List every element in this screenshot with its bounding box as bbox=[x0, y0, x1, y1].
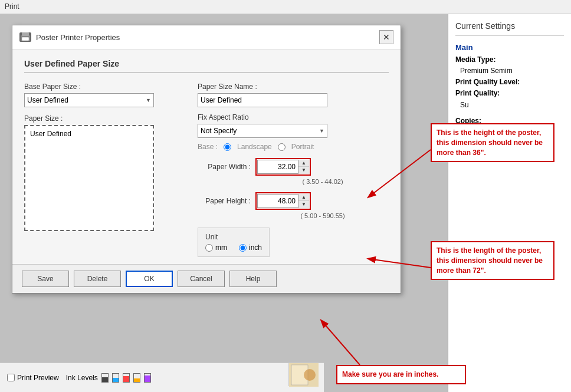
unit-radios: mm inch bbox=[205, 243, 262, 252]
paper-size-list[interactable]: User Defined bbox=[24, 125, 154, 231]
unit-section: Unit mm inch bbox=[198, 228, 270, 257]
unit-label: Unit bbox=[205, 233, 262, 241]
fix-aspect-section: Fix Aspect Ratio Not Specify Specify bbox=[198, 113, 389, 138]
svg-point-8 bbox=[304, 369, 316, 381]
paper-height-spinner: ▲ ▼ bbox=[255, 192, 311, 210]
print-preview-check[interactable] bbox=[7, 374, 15, 381]
right-panel-media-type-label: Media Type: bbox=[455, 54, 564, 65]
right-panel-print-quality-value: Su bbox=[455, 100, 564, 111]
main-layout: Poster Printer Properties ✕ User Defined… bbox=[0, 14, 571, 392]
base-row: Base : Landscape Portrait bbox=[198, 143, 389, 151]
svg-rect-2 bbox=[22, 37, 29, 41]
ink-levels-label: Ink Levels bbox=[66, 374, 98, 382]
base-label: Base : bbox=[198, 143, 218, 151]
right-panel-print-quality-label: Print Quality: bbox=[455, 88, 564, 99]
dialog-footer: Save Delete OK Cancel Help bbox=[12, 264, 401, 293]
right-panel-pql-label: Print Quality Level: bbox=[455, 77, 564, 88]
cancel-button[interactable]: Cancel bbox=[178, 271, 225, 287]
top-bar-label: Print bbox=[5, 2, 19, 11]
left-col: Base Paper Size : User Defined Paper Siz… bbox=[24, 83, 183, 257]
dialog-columns: Base Paper Size : User Defined Paper Siz… bbox=[24, 83, 389, 257]
print-preview-checkbox: Print Preview bbox=[7, 374, 59, 382]
ink-bar-5 bbox=[144, 373, 151, 383]
landscape-radio[interactable] bbox=[224, 143, 231, 151]
paper-height-input[interactable] bbox=[257, 194, 298, 208]
top-bar: Print bbox=[0, 0, 571, 14]
fix-aspect-select-wrapper: Not Specify Specify bbox=[198, 124, 327, 138]
preview-thumbnail bbox=[288, 363, 318, 386]
base-paper-size-label: Base Paper Size : bbox=[24, 83, 183, 91]
dialog-title-text: Poster Printer Properties bbox=[36, 33, 120, 42]
printer-icon bbox=[19, 32, 31, 42]
paper-size-list-item: User Defined bbox=[28, 129, 150, 139]
base-paper-size-wrapper: User Defined bbox=[24, 93, 154, 107]
unit-inch-text: inch bbox=[249, 243, 262, 252]
bottom-bar: Print Preview Ink Levels bbox=[0, 363, 324, 392]
dialog-title-bar: Poster Printer Properties ✕ bbox=[12, 25, 401, 50]
unit-inch-radio[interactable] bbox=[239, 244, 247, 252]
right-panel-main-label: Main bbox=[455, 42, 564, 54]
paper-height-row: Paper Height : ▲ ▼ bbox=[198, 192, 389, 210]
paper-height-up-button[interactable]: ▲ bbox=[298, 194, 309, 201]
fix-aspect-select[interactable]: Not Specify Specify bbox=[198, 124, 327, 138]
paper-width-spinner: ▲ ▼ bbox=[255, 158, 311, 176]
unit-mm-radio[interactable] bbox=[205, 244, 213, 252]
fix-aspect-label: Fix Aspect Ratio bbox=[198, 113, 389, 121]
annotation-box-height: This is the height of the poster, this d… bbox=[431, 123, 554, 162]
dialog-section-title: User Defined Paper Size bbox=[24, 59, 389, 73]
paper-height-spinner-buttons: ▲ ▼ bbox=[298, 194, 309, 208]
right-panel-media-type-value: Premium Semim bbox=[455, 65, 564, 77]
paper-size-name-input[interactable] bbox=[198, 93, 327, 107]
right-col: Paper Size Name : Fix Aspect Ratio Not S… bbox=[198, 83, 389, 257]
right-panel-content: Main Media Type: Premium Semim Print Qua… bbox=[455, 42, 564, 127]
paper-height-down-button[interactable]: ▼ bbox=[298, 201, 309, 208]
paper-width-input[interactable] bbox=[257, 160, 298, 174]
paper-size-label: Paper Size : bbox=[24, 114, 183, 123]
delete-button[interactable]: Delete bbox=[74, 271, 121, 287]
portrait-label: Portrait bbox=[291, 143, 314, 151]
dialog: Poster Printer Properties ✕ User Defined… bbox=[12, 25, 401, 294]
paper-width-label: Paper Width : bbox=[198, 163, 251, 171]
print-preview-label: Print Preview bbox=[17, 374, 59, 382]
ink-levels-area: Ink Levels bbox=[66, 373, 151, 383]
save-button[interactable]: Save bbox=[22, 271, 69, 287]
dialog-body: User Defined Paper Size Base Paper Size … bbox=[12, 50, 401, 264]
paper-height-label: Paper Height : bbox=[198, 197, 251, 205]
paper-size-name-label: Paper Size Name : bbox=[198, 83, 389, 91]
paper-height-range: ( 5.00 - 590.55) bbox=[198, 212, 389, 219]
landscape-label: Landscape bbox=[237, 143, 272, 151]
svg-rect-1 bbox=[22, 32, 29, 36]
unit-mm-text: mm bbox=[215, 243, 227, 252]
ink-bar-2 bbox=[112, 373, 119, 383]
svg-line-5 bbox=[321, 321, 360, 365]
ink-bar-1 bbox=[101, 373, 109, 383]
dialog-title-left: Poster Printer Properties bbox=[19, 32, 120, 42]
unit-inch-label: inch bbox=[239, 243, 262, 252]
ink-bar-4 bbox=[133, 373, 140, 383]
base-paper-size-select[interactable]: User Defined bbox=[24, 93, 154, 107]
right-panel: Current Settings Main Media Type: Premiu… bbox=[448, 14, 571, 392]
annotation-box-length: This is the length of the poster, this d… bbox=[431, 241, 554, 280]
right-panel-title: Current Settings bbox=[455, 21, 564, 36]
portrait-radio[interactable] bbox=[278, 143, 286, 151]
paper-width-range: ( 3.50 - 44.02) bbox=[198, 178, 389, 185]
help-button[interactable]: Help bbox=[229, 271, 277, 287]
left-area: Poster Printer Properties ✕ User Defined… bbox=[0, 14, 448, 392]
ok-button[interactable]: OK bbox=[126, 271, 173, 287]
ink-bar-3 bbox=[123, 373, 130, 383]
paper-width-spinner-buttons: ▲ ▼ bbox=[298, 160, 309, 174]
annotation-box-inches: Make sure you are in inches. bbox=[336, 365, 466, 384]
dialog-close-button[interactable]: ✕ bbox=[379, 30, 393, 44]
paper-width-up-button[interactable]: ▲ bbox=[298, 160, 309, 167]
unit-mm-label: mm bbox=[205, 243, 227, 252]
paper-width-down-button[interactable]: ▼ bbox=[298, 167, 309, 174]
paper-width-row: Paper Width : ▲ ▼ bbox=[198, 158, 389, 176]
